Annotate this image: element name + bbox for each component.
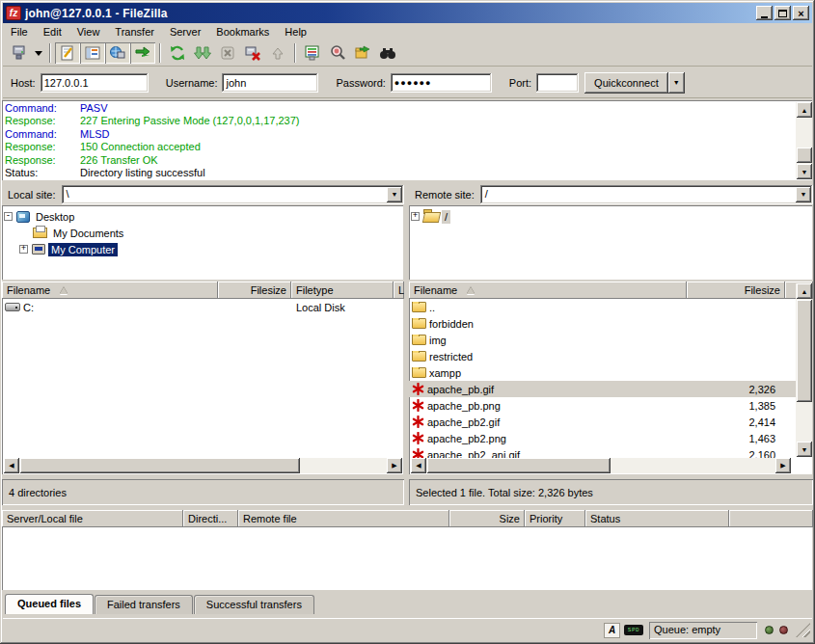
- tree-item-root[interactable]: + /: [411, 208, 811, 225]
- data-type-indicator-icon[interactable]: A: [604, 623, 620, 638]
- refresh-button[interactable]: [165, 42, 190, 64]
- remote-vscrollbar-thumb[interactable]: [797, 300, 812, 402]
- log-line: Status:Directory listing successful: [5, 167, 810, 179]
- scroll-left-icon[interactable]: ◀: [4, 458, 19, 473]
- remote-hscrollbar-thumb[interactable]: [427, 458, 611, 473]
- site-manager-button[interactable]: [7, 42, 32, 64]
- column-header-filesize[interactable]: Filesize: [218, 282, 291, 299]
- close-button[interactable]: ×: [793, 6, 809, 20]
- column-header-remote-file[interactable]: Remote file: [238, 510, 449, 527]
- cancel-operation-button[interactable]: [215, 42, 240, 64]
- toggle-transfer-queue-button[interactable]: [130, 42, 155, 64]
- collapse-icon[interactable]: -: [4, 212, 13, 221]
- log-scrollbar[interactable]: ▲ ▼: [796, 102, 812, 179]
- expand-icon[interactable]: +: [19, 245, 28, 254]
- scroll-right-icon[interactable]: ▶: [387, 458, 402, 473]
- local-hscrollbar-thumb[interactable]: [20, 458, 300, 473]
- quickconnect-dropdown[interactable]: ▼: [668, 72, 685, 94]
- file-row-apache-pb2-png[interactable]: apache_pb2.png 1,463: [409, 430, 813, 446]
- my-computer-icon: [32, 244, 45, 255]
- toggle-local-tree-button[interactable]: [80, 42, 105, 64]
- local-list-header: Filename Filesize Filetype L: [2, 282, 404, 299]
- column-header-direction[interactable]: Directi...: [183, 510, 238, 527]
- file-row-img[interactable]: img: [409, 332, 813, 348]
- menu-file[interactable]: File: [3, 24, 36, 40]
- menu-server[interactable]: Server: [162, 24, 208, 40]
- reconnect-button[interactable]: [265, 42, 290, 64]
- menu-edit[interactable]: Edit: [36, 24, 69, 40]
- synchronized-browsing-button[interactable]: [350, 42, 375, 64]
- scroll-down-icon[interactable]: ▼: [797, 442, 812, 457]
- password-label: Password:: [336, 77, 385, 89]
- file-row-forbidden[interactable]: forbidden: [409, 315, 813, 332]
- folder-icon: [412, 302, 426, 312]
- remote-site-value[interactable]: /: [482, 187, 796, 202]
- file-row-restricted[interactable]: restricted: [409, 348, 813, 364]
- scroll-up-icon[interactable]: ▲: [797, 283, 812, 299]
- remote-vscrollbar[interactable]: ▲ ▼: [796, 283, 812, 457]
- file-search-button[interactable]: [375, 42, 400, 64]
- remote-site-dropdown-icon[interactable]: ▼: [796, 187, 811, 202]
- disconnect-button[interactable]: [240, 42, 265, 64]
- menu-bookmarks[interactable]: Bookmarks: [208, 24, 277, 40]
- toggle-message-log-button[interactable]: [55, 42, 80, 64]
- column-header-filesize[interactable]: Filesize: [687, 282, 785, 299]
- minimize-button[interactable]: [756, 6, 773, 20]
- speed-limits-icon[interactable]: SPD: [624, 625, 643, 635]
- column-header-filename[interactable]: Filename: [409, 282, 687, 299]
- toggle-remote-tree-button[interactable]: [105, 42, 130, 64]
- scroll-right-icon[interactable]: ▶: [775, 458, 791, 473]
- file-row-parent[interactable]: ..: [409, 299, 813, 315]
- scroll-down-icon[interactable]: ▼: [797, 164, 812, 179]
- file-row-apache-pb-png[interactable]: apache_pb.png 1,385: [409, 397, 813, 414]
- local-site-dropdown-icon[interactable]: ▼: [387, 187, 402, 202]
- host-input[interactable]: [41, 73, 149, 93]
- close-icon: ×: [798, 9, 803, 18]
- column-header-server-local-file[interactable]: Server/Local file: [2, 510, 183, 527]
- file-row-xampp[interactable]: xampp: [409, 364, 813, 381]
- local-hscrollbar[interactable]: ◀ ▶: [4, 458, 402, 473]
- file-row-c-drive[interactable]: C: Local Disk: [2, 299, 404, 315]
- scroll-left-icon[interactable]: ◀: [411, 458, 426, 473]
- directory-comparison-button[interactable]: [325, 42, 350, 64]
- tree-item-desktop[interactable]: - Desktop: [4, 208, 402, 225]
- chevron-down-icon: [35, 51, 42, 56]
- maximize-button[interactable]: [774, 6, 791, 20]
- column-header-filename[interactable]: Filename: [2, 282, 218, 299]
- filter-icon: [304, 44, 321, 62]
- message-log-icon: [59, 44, 76, 62]
- column-header-filetype[interactable]: Filetype: [291, 282, 394, 299]
- scroll-up-icon[interactable]: ▲: [797, 102, 812, 118]
- tab-queued-files[interactable]: Queued files: [5, 594, 94, 614]
- process-queue-button[interactable]: [190, 42, 215, 64]
- directory-listing-filters-button[interactable]: [300, 42, 325, 64]
- resize-grip[interactable]: [796, 623, 810, 637]
- menu-view[interactable]: View: [69, 24, 108, 40]
- expand-icon[interactable]: +: [411, 212, 420, 221]
- column-header-size[interactable]: Size: [449, 510, 525, 527]
- queue-body-empty: [2, 527, 813, 589]
- site-manager-dropdown[interactable]: [32, 42, 45, 64]
- password-input[interactable]: [391, 73, 492, 93]
- username-input[interactable]: [222, 73, 318, 93]
- file-row-apache-pb2-gif[interactable]: apache_pb2.gif 2,414: [409, 414, 813, 430]
- remote-tree-icon: [109, 44, 126, 62]
- tab-failed-transfers[interactable]: Failed transfers: [95, 595, 193, 614]
- menu-transfer[interactable]: Transfer: [107, 24, 162, 40]
- column-header-priority[interactable]: Priority: [525, 510, 585, 527]
- remote-hscrollbar[interactable]: ◀ ▶: [411, 458, 791, 473]
- quickconnect-button[interactable]: Quickconnect: [584, 72, 668, 94]
- remote-site-combo[interactable]: / ▼: [480, 185, 813, 204]
- local-site-combo[interactable]: \ ▼: [62, 185, 404, 204]
- file-row-apache-pb-gif[interactable]: apache_pb.gif 2,326: [409, 381, 813, 397]
- column-header-status[interactable]: Status: [585, 510, 729, 527]
- tree-item-my-documents[interactable]: My Documents: [4, 225, 402, 241]
- tab-successful-transfers[interactable]: Successful transfers: [194, 595, 314, 614]
- column-header-modified[interactable]: L: [394, 282, 404, 299]
- app-icon[interactable]: fz: [6, 6, 21, 20]
- tree-item-my-computer[interactable]: + My Computer: [4, 241, 402, 257]
- log-scrollbar-thumb[interactable]: [797, 148, 812, 163]
- port-input[interactable]: [536, 73, 579, 93]
- local-site-value[interactable]: \: [64, 187, 387, 202]
- menu-help[interactable]: Help: [277, 24, 314, 40]
